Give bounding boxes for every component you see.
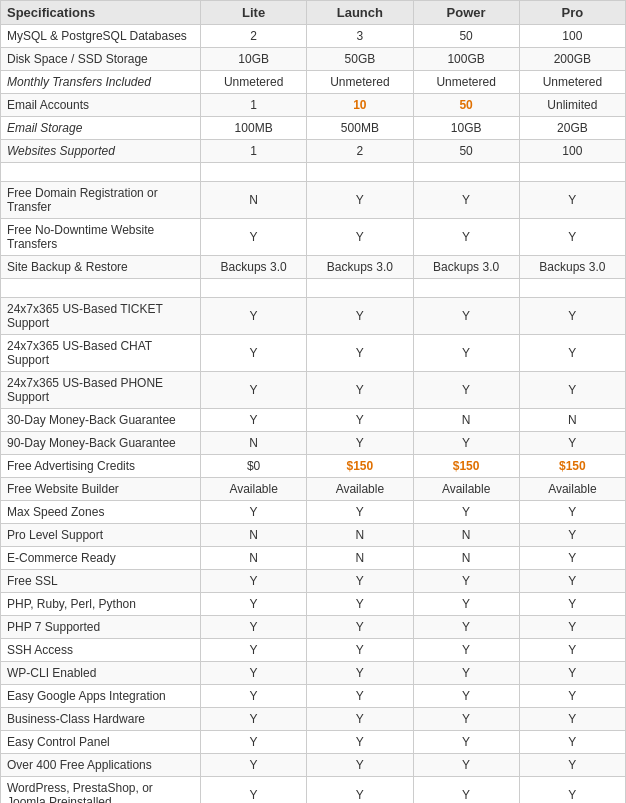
cell-power: Y xyxy=(413,570,519,593)
cell-power: Y xyxy=(413,616,519,639)
cell-launch: Y xyxy=(307,409,413,432)
table-row: SSH AccessYYYY xyxy=(1,639,626,662)
empty-cell xyxy=(201,163,307,182)
table-row: Over 400 Free ApplicationsYYYY xyxy=(1,754,626,777)
cell-pro: Y xyxy=(519,182,625,219)
cell-launch: Y xyxy=(307,593,413,616)
table-row xyxy=(1,279,626,298)
cell-launch: Y xyxy=(307,570,413,593)
spec-label: Easy Google Apps Integration xyxy=(1,685,201,708)
col-header-launch: Launch xyxy=(307,1,413,25)
cell-lite: Y xyxy=(201,593,307,616)
cell-power: Y xyxy=(413,708,519,731)
spec-label: WordPress, PrestaShop, or Joomla Preinst… xyxy=(1,777,201,804)
empty-cell xyxy=(201,279,307,298)
cell-lite: Y xyxy=(201,777,307,804)
cell-power: Y xyxy=(413,182,519,219)
cell-launch: Y xyxy=(307,219,413,256)
cell-power: 50 xyxy=(413,140,519,163)
cell-launch: Y xyxy=(307,616,413,639)
cell-lite: Y xyxy=(201,409,307,432)
cell-launch: Backups 3.0 xyxy=(307,256,413,279)
col-header-power: Power xyxy=(413,1,519,25)
cell-launch: Unmetered xyxy=(307,71,413,94)
cell-lite: 100MB xyxy=(201,117,307,140)
spec-label: 24x7x365 US-Based TICKET Support xyxy=(1,298,201,335)
table-row: Email Storage100MB500MB10GB20GB xyxy=(1,117,626,140)
table-row: Easy Control PanelYYYY xyxy=(1,731,626,754)
spec-label: 30-Day Money-Back Guarantee xyxy=(1,409,201,432)
cell-pro: Y xyxy=(519,335,625,372)
cell-launch: Y xyxy=(307,777,413,804)
cell-pro: Y xyxy=(519,685,625,708)
cell-pro: Y xyxy=(519,547,625,570)
cell-power: Y xyxy=(413,593,519,616)
cell-power: Y xyxy=(413,335,519,372)
empty-cell xyxy=(307,163,413,182)
cell-lite: Unmetered xyxy=(201,71,307,94)
cell-pro: Y xyxy=(519,593,625,616)
table-row: Free SSLYYYY xyxy=(1,570,626,593)
spec-label: Free No-Downtime Website Transfers xyxy=(1,219,201,256)
spec-label: 24x7x365 US-Based PHONE Support xyxy=(1,372,201,409)
cell-lite: N xyxy=(201,182,307,219)
specs-table: Specifications Lite Launch Power Pro MyS… xyxy=(0,0,626,803)
cell-lite: $0 xyxy=(201,455,307,478)
cell-lite: Y xyxy=(201,754,307,777)
spec-label: Monthly Transfers Included xyxy=(1,71,201,94)
empty-cell xyxy=(1,163,201,182)
table-row: WordPress, PrestaShop, or Joomla Preinst… xyxy=(1,777,626,804)
cell-pro: Y xyxy=(519,708,625,731)
cell-lite: 10GB xyxy=(201,48,307,71)
cell-power: $150 xyxy=(413,455,519,478)
cell-launch: 2 xyxy=(307,140,413,163)
cell-launch: Y xyxy=(307,372,413,409)
cell-power: 50 xyxy=(413,94,519,117)
empty-cell xyxy=(1,279,201,298)
cell-pro: Y xyxy=(519,570,625,593)
cell-launch: N xyxy=(307,547,413,570)
spec-label: E-Commerce Ready xyxy=(1,547,201,570)
cell-power: Y xyxy=(413,639,519,662)
cell-launch: 3 xyxy=(307,25,413,48)
cell-pro: Y xyxy=(519,662,625,685)
cell-power: Y xyxy=(413,219,519,256)
cell-launch: Y xyxy=(307,298,413,335)
cell-lite: Y xyxy=(201,335,307,372)
cell-lite: Available xyxy=(201,478,307,501)
spec-label: Email Accounts xyxy=(1,94,201,117)
cell-power: Y xyxy=(413,298,519,335)
cell-lite: Y xyxy=(201,708,307,731)
col-header-specs: Specifications xyxy=(1,1,201,25)
cell-launch: Y xyxy=(307,335,413,372)
cell-lite: N xyxy=(201,524,307,547)
cell-power: Available xyxy=(413,478,519,501)
spec-label: Pro Level Support xyxy=(1,524,201,547)
cell-pro: Backups 3.0 xyxy=(519,256,625,279)
table-row: Email Accounts11050Unlimited xyxy=(1,94,626,117)
cell-power: Y xyxy=(413,372,519,409)
cell-pro: $150 xyxy=(519,455,625,478)
cell-power: Backups 3.0 xyxy=(413,256,519,279)
cell-pro: Y xyxy=(519,777,625,804)
cell-power: Y xyxy=(413,731,519,754)
cell-lite: N xyxy=(201,432,307,455)
spec-label: MySQL & PostgreSQL Databases xyxy=(1,25,201,48)
spec-label: Free Domain Registration or Transfer xyxy=(1,182,201,219)
table-row: PHP, Ruby, Perl, PythonYYYY xyxy=(1,593,626,616)
spec-label: 24x7x365 US-Based CHAT Support xyxy=(1,335,201,372)
cell-power: Y xyxy=(413,662,519,685)
cell-pro: Y xyxy=(519,616,625,639)
table-row xyxy=(1,163,626,182)
table-row: Free No-Downtime Website TransfersYYYY xyxy=(1,219,626,256)
cell-lite: 2 xyxy=(201,25,307,48)
table-row: Site Backup & RestoreBackups 3.0Backups … xyxy=(1,256,626,279)
cell-launch: Y xyxy=(307,754,413,777)
cell-lite: Y xyxy=(201,662,307,685)
cell-launch: 500MB xyxy=(307,117,413,140)
table-row: Free Website BuilderAvailableAvailableAv… xyxy=(1,478,626,501)
col-header-lite: Lite xyxy=(201,1,307,25)
specs-table-container: Specifications Lite Launch Power Pro MyS… xyxy=(0,0,626,803)
spec-label: Disk Space / SSD Storage xyxy=(1,48,201,71)
spec-label: 90-Day Money-Back Guarantee xyxy=(1,432,201,455)
